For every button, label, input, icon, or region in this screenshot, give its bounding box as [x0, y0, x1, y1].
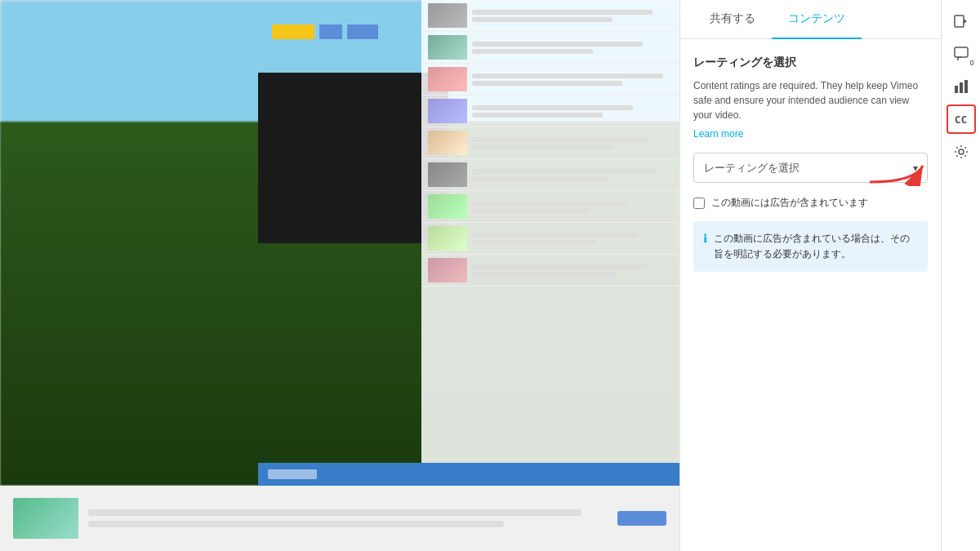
- preview-area: [0, 0, 679, 551]
- list-line: [472, 49, 593, 54]
- list-line: [472, 169, 657, 174]
- list-lines: [472, 42, 673, 54]
- video-icon: [954, 14, 969, 29]
- list-line: [472, 81, 623, 86]
- content-line: [88, 521, 504, 527]
- list-line: [472, 10, 653, 15]
- tab-share[interactable]: 共有する: [693, 0, 772, 39]
- svg-marker-1: [964, 19, 967, 24]
- svg-rect-0: [955, 16, 964, 27]
- list-line: [472, 201, 625, 206]
- info-icon: ℹ: [703, 232, 707, 245]
- list-thumb: [428, 162, 467, 187]
- color-block-blue2: [347, 24, 378, 39]
- section-title: レーティングを選択: [693, 56, 928, 70]
- list-thumb: [428, 258, 467, 282]
- list-thumb: [428, 3, 467, 28]
- rating-dropdown[interactable]: レーティングを選択: [693, 153, 928, 183]
- bottom-thumb: [13, 498, 78, 539]
- right-panel: 共有する コンテンツ レーティングを選択 Content ratings are…: [679, 0, 941, 551]
- gear-icon: [954, 144, 969, 159]
- blue-button: [617, 511, 666, 526]
- blue-bar: [258, 463, 679, 486]
- svg-rect-4: [960, 82, 963, 93]
- list-lines: [472, 73, 673, 86]
- tabs-container: 共有する コンテンツ: [680, 0, 941, 39]
- list-line: [472, 105, 633, 110]
- list-line: [472, 137, 649, 142]
- icon-sidebar: 0 CC: [941, 0, 980, 551]
- list-row: [421, 0, 679, 32]
- cc-icon-button[interactable]: CC: [947, 104, 976, 134]
- list-thumb: [428, 35, 467, 60]
- list-thumb: [428, 99, 467, 123]
- list-line: [472, 240, 597, 245]
- cc-text: CC: [955, 113, 968, 126]
- list-row: [421, 191, 679, 223]
- list-thumb: [428, 226, 467, 251]
- svg-rect-2: [955, 47, 968, 57]
- video-icon-button[interactable]: [947, 7, 976, 36]
- comment-count: 0: [969, 59, 973, 67]
- dropdown-wrapper: レーティングを選択 ▾: [693, 153, 928, 183]
- list-row: [421, 255, 679, 287]
- svg-point-6: [959, 149, 964, 154]
- list-lines: [472, 137, 673, 149]
- list-line: [472, 208, 589, 213]
- list-lines: [472, 201, 673, 213]
- list-line: [472, 17, 612, 22]
- list-row: [421, 32, 679, 64]
- list-row: [421, 159, 679, 191]
- list-lines: [472, 264, 673, 277]
- svg-rect-3: [955, 86, 958, 93]
- list-lines: [472, 169, 673, 181]
- list-line: [472, 73, 663, 78]
- checkbox-label: この動画には広告が含まれています: [711, 196, 928, 210]
- list-line: [472, 144, 612, 149]
- tab-content[interactable]: コンテンツ: [772, 0, 862, 39]
- color-block-blue: [319, 24, 342, 39]
- video-background: [0, 0, 679, 486]
- list-lines: [472, 233, 673, 245]
- content-line: [88, 509, 581, 516]
- list-lines: [472, 10, 673, 22]
- color-block-yellow: [272, 24, 314, 39]
- settings-icon-button[interactable]: [947, 137, 976, 167]
- svg-rect-5: [964, 80, 968, 93]
- chart-icon-button[interactable]: [947, 72, 976, 101]
- bottom-lines: [88, 509, 608, 527]
- list-line: [472, 272, 617, 277]
- color-blocks: [272, 24, 378, 39]
- dark-overlay: [258, 73, 448, 242]
- checkbox-row: この動画には広告が含まれています: [693, 196, 928, 210]
- list-line: [472, 264, 647, 269]
- list-row: [421, 127, 679, 159]
- learn-more-link[interactable]: Learn more: [693, 128, 743, 140]
- list-row: [421, 223, 679, 255]
- panel-content: レーティングを選択 Content ratings are required. …: [680, 39, 941, 551]
- comment-icon-button[interactable]: 0: [947, 39, 976, 69]
- info-text: この動画に広告が含まれている場合は、その旨を明記する必要があります。: [714, 231, 918, 262]
- description-text: Content ratings are required. They help …: [693, 78, 928, 122]
- list-line: [472, 176, 608, 181]
- list-lines: [472, 105, 673, 118]
- list-row: [421, 96, 679, 127]
- bar-content: [268, 469, 317, 479]
- list-thumb: [428, 131, 467, 155]
- list-thumb: [428, 67, 467, 91]
- list-line: [472, 42, 643, 47]
- ads-checkbox[interactable]: [693, 198, 705, 209]
- side-list: [421, 0, 679, 486]
- list-line: [472, 233, 639, 238]
- list-line: [472, 113, 603, 118]
- chart-icon: [954, 79, 969, 94]
- comment-icon: [954, 47, 969, 61]
- bottom-preview: [0, 486, 679, 551]
- info-box: ℹ この動画に広告が含まれている場合は、その旨を明記する必要があります。: [693, 221, 928, 272]
- list-row: [421, 64, 679, 96]
- list-thumb: [428, 194, 467, 219]
